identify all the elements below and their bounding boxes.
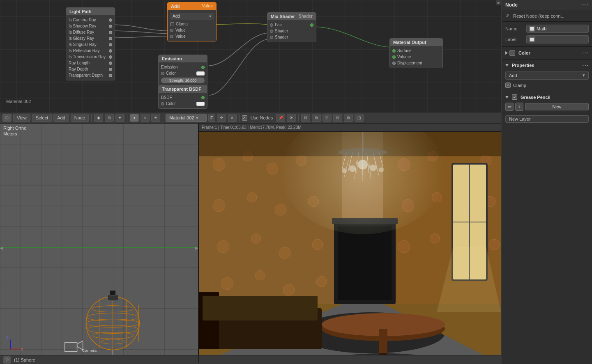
reload-btn[interactable]: ⟳ — [287, 114, 296, 122]
right-panel: Node ··· ↺ Reset Node (keep conn... Name… — [502, 0, 592, 364]
operation-dropdown[interactable]: Add ▾ — [505, 71, 589, 80]
horizontal-divider — [0, 123, 501, 124]
new-button[interactable]: New — [525, 103, 589, 110]
render-scene-svg — [198, 132, 501, 364]
svg-point-52 — [217, 240, 229, 253]
zoom-btn[interactable]: ✕ — [228, 114, 237, 122]
add-icon-btn[interactable]: + — [515, 103, 523, 111]
lamp-btn[interactable]: ☀ — [151, 114, 160, 122]
node-row: Is Diffuse Ray — [69, 29, 112, 35]
extra-btn[interactable]: ⊞ — [344, 114, 353, 122]
viewport-left[interactable]: ⬡ View Select Object Right Ortho Meters … — [0, 124, 198, 364]
grease-pencil-section: Grease Pencil ✏ + New — [502, 91, 592, 114]
name-icon: ⬜ — [529, 26, 535, 32]
expand-arrow[interactable]: ▶ — [496, 0, 501, 5]
svg-point-46 — [267, 163, 278, 174]
svg-point-68 — [398, 240, 410, 253]
emission-node[interactable]: Emission Emission Color Strength: 10.000 — [158, 55, 207, 87]
svg-text:Z: Z — [6, 335, 9, 339]
clamp-checkbox — [170, 22, 174, 26]
emission-row: Emission — [161, 64, 205, 70]
pin-btn[interactable]: 📌 — [276, 114, 285, 122]
snap-btn[interactable]: ⊡ — [301, 114, 310, 122]
socket-bsdf — [201, 96, 205, 99]
socket-out — [109, 74, 112, 77]
svg-rect-28 — [110, 291, 115, 295]
socket-displacement — [392, 62, 396, 65]
emission-body: Emission Color Strength: 10.000 — [159, 62, 207, 86]
node-row: Is Glossy Ray — [69, 35, 112, 41]
view3-btn[interactable]: ⊡ — [333, 114, 342, 122]
view-btn[interactable]: View — [13, 114, 30, 122]
material-output-node[interactable]: Material Output Surface Volume Displacem… — [389, 38, 443, 68]
svg-marker-31 — [0, 247, 3, 250]
clamp-checkbox[interactable] — [505, 82, 511, 88]
clamp-row: Clamp — [502, 81, 592, 89]
mix-shader-body: Fac Shader Shader — [267, 20, 316, 42]
svg-point-58 — [283, 284, 295, 295]
properties-header[interactable]: Properties ··· — [502, 61, 592, 69]
pan-btn[interactable]: ✛ — [217, 114, 226, 122]
extra2-btn[interactable]: ◰ — [355, 114, 364, 122]
grease-pencil-header[interactable]: Grease Pencil — [502, 93, 592, 101]
transparent-bsdf-node[interactable]: Transparent BSDF BSDF Color — [158, 85, 207, 109]
blender-icon: ⊙ — [3, 356, 11, 364]
texture-btn[interactable]: ✦ — [115, 114, 124, 122]
grid-btn[interactable]: ⊞ — [312, 114, 321, 122]
node-row: Is Transmission Ray — [69, 54, 112, 60]
svg-rect-2 — [65, 343, 77, 352]
mix-shader-node[interactable]: Mix Shader Shader Fac Shader Shader — [267, 12, 316, 42]
socket-in — [270, 30, 273, 33]
shader1-row: Shader — [270, 28, 313, 34]
add-btn[interactable]: Add — [53, 114, 69, 122]
socket-in — [161, 102, 164, 105]
new-layer-button[interactable]: New Layer — [505, 115, 589, 123]
name-input[interactable]: ⬜ Math — [526, 25, 589, 33]
socket-emission — [201, 66, 205, 69]
grease-pencil-checkbox[interactable] — [512, 94, 517, 100]
select-btn[interactable]: Select — [32, 114, 52, 122]
add-node[interactable]: Add Value Add ▾ Clamp Value Value — [167, 2, 217, 41]
bsdf-row: BSDF — [161, 94, 205, 101]
svg-point-53 — [251, 234, 261, 243]
reset-node-row: ↺ Reset Node (keep conn... — [502, 12, 592, 20]
socket-out — [310, 23, 313, 27]
use-nodes-checkbox[interactable] — [242, 115, 247, 121]
transparent-bsdf-body: BSDF Color — [159, 93, 207, 108]
vertical-divider — [198, 124, 199, 363]
dropdown-arrow: ▾ — [583, 73, 585, 78]
bsdf-color-row: Color — [161, 101, 205, 107]
world-btn[interactable]: ○ — [141, 114, 150, 122]
light-path-node[interactable]: Light Path Is Camera Ray Is Shadow Ray I… — [66, 7, 115, 80]
label-icon: ⬜ — [529, 37, 535, 42]
node-editor[interactable]: Light Path Is Camera Ray Is Shadow Ray I… — [0, 0, 501, 112]
socket-in — [170, 29, 173, 32]
shader-btn[interactable]: ● — [130, 114, 139, 122]
fac-row: Fac — [270, 22, 313, 28]
node-btn[interactable]: Node — [71, 114, 89, 122]
value1-row: Value — [170, 27, 214, 33]
socket-out — [109, 68, 112, 71]
clamp-row: Clamp — [170, 21, 214, 27]
material-dropdown[interactable]: Material.002 ▾ — [166, 114, 207, 122]
node-row: Ray Depth — [69, 66, 112, 72]
socket-volume — [392, 55, 396, 59]
f-button[interactable]: F — [208, 114, 215, 122]
socket-in — [161, 72, 164, 75]
color-section-header[interactable]: Color ··· — [502, 48, 592, 57]
viewport-right[interactable]: Frame:1 | Time:01:05.63 | Mem:17.78M, Pe… — [198, 124, 501, 364]
svg-point-55 — [312, 239, 323, 250]
frame-btn[interactable]: ⊟ — [322, 114, 332, 122]
sep3 — [163, 114, 163, 121]
compositor-btn[interactable]: ⊞ — [105, 114, 114, 122]
pencil-icon-btn[interactable]: ✏ — [505, 103, 514, 111]
value2-row: Value — [170, 33, 214, 39]
socket-in — [170, 35, 173, 38]
displacement-row: Displacement — [392, 60, 440, 66]
svg-point-54 — [279, 247, 290, 259]
node-type-btn[interactable]: ◉ — [94, 114, 103, 122]
view-mode-btn[interactable]: ⬡ — [2, 114, 12, 122]
label-input[interactable]: ⬜ — [526, 35, 589, 43]
svg-marker-30 — [195, 247, 198, 250]
svg-point-48 — [213, 199, 225, 212]
